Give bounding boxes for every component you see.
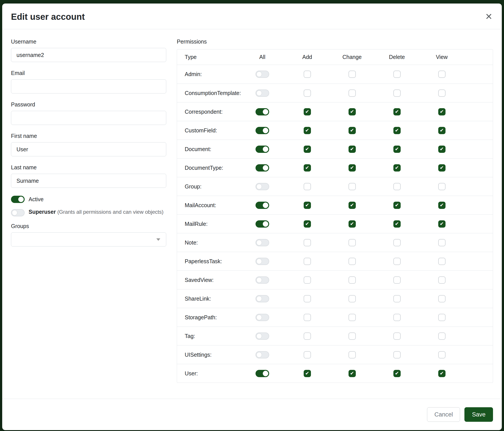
permission-all-toggle[interactable] [255,239,269,246]
permission-add-checkbox[interactable] [304,127,311,134]
permission-change-checkbox[interactable] [349,127,356,134]
permission-delete-checkbox[interactable] [393,146,401,153]
permission-delete-checkbox[interactable] [393,332,401,340]
permission-all-toggle[interactable] [255,370,269,377]
groups-select[interactable] [11,233,166,246]
permission-change-checkbox[interactable] [349,164,356,171]
permission-view-checkbox[interactable] [438,276,446,284]
email-field[interactable] [11,79,166,93]
permission-add-checkbox[interactable] [304,351,311,359]
permission-view-checkbox[interactable] [438,146,446,153]
save-button[interactable]: Save [464,407,493,422]
permission-view-checkbox[interactable] [438,351,446,359]
permission-delete-checkbox[interactable] [393,202,401,209]
permission-view-checkbox[interactable] [438,90,446,97]
permission-view-checkbox[interactable] [438,71,446,78]
permission-delete-checkbox[interactable] [393,295,401,302]
permission-all-toggle[interactable] [255,351,269,359]
permission-view-checkbox[interactable] [438,220,446,228]
permission-view-checkbox[interactable] [438,164,446,171]
permission-view-checkbox[interactable] [438,295,446,302]
permission-add-checkbox[interactable] [304,370,311,377]
permission-change-checkbox[interactable] [349,258,356,265]
permission-change-checkbox[interactable] [349,183,356,190]
permission-change-checkbox[interactable] [349,314,356,321]
password-field[interactable] [11,111,166,125]
permission-change-checkbox[interactable] [349,351,356,359]
permission-change-checkbox[interactable] [349,202,356,209]
first-name-field[interactable] [11,142,166,156]
permission-delete-checkbox[interactable] [393,220,401,228]
modal-header: Edit user account × [2,3,502,29]
permission-all-toggle[interactable] [255,332,269,340]
permission-delete-checkbox[interactable] [393,258,401,265]
permission-add-checkbox[interactable] [304,314,311,321]
permission-all-toggle[interactable] [255,258,269,265]
permission-view-checkbox[interactable] [438,202,446,209]
permission-all-toggle[interactable] [255,202,269,209]
permission-view-checkbox[interactable] [438,183,446,190]
permission-delete-checkbox[interactable] [393,351,401,359]
permission-all-toggle[interactable] [255,295,269,302]
permission-add-checkbox[interactable] [304,258,311,265]
permission-delete-checkbox[interactable] [393,108,401,116]
permission-all-toggle[interactable] [255,71,269,78]
permission-change-checkbox[interactable] [349,295,356,302]
permission-add-checkbox[interactable] [304,202,311,209]
permission-view-checkbox[interactable] [438,239,446,246]
permission-view-checkbox[interactable] [438,314,446,321]
permission-add-checkbox[interactable] [304,90,311,97]
permission-change-checkbox[interactable] [349,370,356,377]
permission-add-checkbox[interactable] [304,295,311,302]
permission-all-toggle[interactable] [255,314,269,321]
username-input[interactable] [11,48,166,62]
permission-view-checkbox[interactable] [438,258,446,265]
permission-delete-checkbox[interactable] [393,71,401,78]
permission-change-checkbox[interactable] [349,220,356,228]
permission-delete-checkbox[interactable] [393,239,401,246]
permission-view-checkbox[interactable] [438,108,446,116]
last-name-field[interactable] [11,174,166,188]
permission-change-checkbox[interactable] [349,71,356,78]
permission-delete-checkbox[interactable] [393,127,401,134]
permission-view-checkbox[interactable] [438,127,446,134]
permission-all-toggle[interactable] [255,127,269,134]
toggle-knob [256,240,262,245]
permission-delete-checkbox[interactable] [393,90,401,97]
permission-delete-checkbox[interactable] [393,276,401,284]
cancel-button[interactable]: Cancel [427,407,460,422]
permission-delete-checkbox[interactable] [393,314,401,321]
permission-all-toggle[interactable] [255,220,269,228]
permission-change-checkbox[interactable] [349,239,356,246]
permission-change-checkbox[interactable] [349,332,356,340]
permission-view-checkbox[interactable] [438,332,446,340]
permission-add-checkbox[interactable] [304,332,311,340]
permission-view-checkbox[interactable] [438,370,446,377]
permission-all-toggle[interactable] [255,146,269,153]
permission-all-toggle[interactable] [255,90,269,97]
close-icon[interactable]: × [486,11,492,21]
permission-change-checkbox[interactable] [349,146,356,153]
permission-add-checkbox[interactable] [304,146,311,153]
permission-add-checkbox[interactable] [304,220,311,228]
permission-type-label: MailAccount: [177,202,240,208]
permission-all-toggle[interactable] [255,183,269,190]
permission-delete-checkbox[interactable] [393,183,401,190]
active-toggle[interactable] [11,196,25,203]
permission-all-toggle[interactable] [255,276,269,284]
permission-add-checkbox[interactable] [304,276,311,284]
permission-all-toggle[interactable] [255,164,269,171]
permission-delete-checkbox[interactable] [393,164,401,171]
permission-change-checkbox[interactable] [349,108,356,116]
permission-add-checkbox[interactable] [304,108,311,116]
permission-change-checkbox[interactable] [349,90,356,97]
permission-all-toggle[interactable] [255,108,269,116]
permission-change-checkbox[interactable] [349,276,356,284]
permission-add-checkbox[interactable] [304,239,311,246]
permission-add-checkbox[interactable] [304,71,311,78]
column-header-delete: Delete [375,54,419,60]
permission-add-checkbox[interactable] [304,164,311,171]
permission-delete-checkbox[interactable] [393,370,401,377]
permission-add-checkbox[interactable] [304,183,311,190]
superuser-toggle[interactable] [11,209,25,216]
